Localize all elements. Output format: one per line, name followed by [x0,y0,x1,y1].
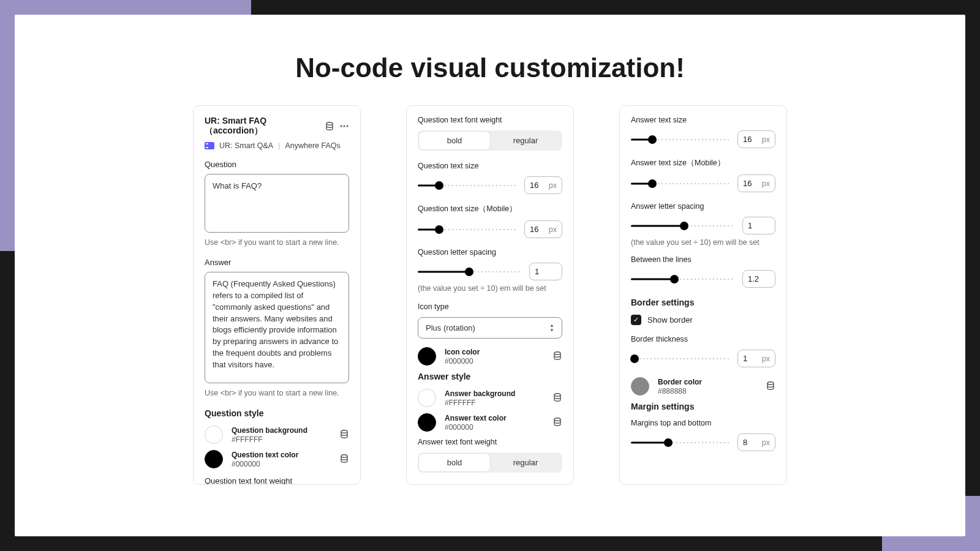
dynamic-source-icon[interactable] [325,121,334,131]
question-text-size-mobile-input[interactable]: 16px [524,220,562,238]
color-hex: #888888 [658,387,757,395]
color-swatch[interactable] [205,450,223,468]
color-hex: #000000 [445,423,544,432]
color-hex: #FFFFFF [232,435,331,444]
toggle-bold[interactable]: bold [419,454,490,471]
settings-panel-answer-border: Answer text size 16px Answer text size（M… [619,105,787,485]
question-font-weight-toggle[interactable]: bold regular [418,130,562,151]
color-name: Answer text color [445,414,544,422]
answer-text-size-mobile-input[interactable]: 16px [737,174,775,192]
show-border-label: Show border [647,315,693,324]
margin-top-bottom-label: Margins top and bottom [631,419,775,427]
dynamic-source-icon[interactable] [552,351,562,362]
question-text-size-slider[interactable] [418,181,516,190]
svg-point-2 [344,126,345,127]
answer-text-size-slider[interactable] [631,135,729,144]
svg-point-5 [341,454,347,457]
crumb-app[interactable]: UR: Smart Q&A [219,141,273,150]
toggle-regular[interactable]: regular [490,132,561,149]
question-input[interactable] [205,174,349,233]
color-name: Border color [658,378,757,386]
show-border-checkbox-row[interactable]: ✓ Show border [631,315,775,325]
answer-text-size-mobile-slider[interactable] [631,179,729,189]
color-swatch[interactable] [418,347,436,365]
dynamic-source-icon[interactable] [766,381,775,392]
dynamic-source-icon[interactable] [552,417,562,429]
answer-text-color-row[interactable]: Answer text color #000000 [418,413,562,432]
svg-point-1 [341,126,342,127]
more-icon[interactable] [339,121,349,131]
border-thickness-label: Border thickness [631,335,775,343]
question-text-size-input[interactable]: 16px [524,176,562,194]
answer-text-size-mobile-label: Answer text size（Mobile） [631,158,775,168]
color-swatch[interactable] [631,377,649,395]
block-title: UR: Smart FAQ（accordion） [205,116,325,137]
settings-panel-block: UR: Smart FAQ（accordion） UR: Smart Q&A |… [193,105,361,485]
letter-spacing-helper: (the value you set ÷ 10) em will be set [631,238,775,247]
margin-settings-heading: Margin settings [631,402,775,411]
color-name: Question text color [232,451,331,459]
dynamic-source-icon[interactable] [339,429,349,441]
margin-top-bottom-input[interactable]: 8px [737,433,775,451]
color-swatch[interactable] [205,425,223,444]
question-font-weight-label: Question text font weight [418,116,562,124]
color-swatch[interactable] [418,389,436,407]
answer-text-size-label: Answer text size [631,116,775,124]
letter-spacing-helper: (the value you set ÷ 10) em will be set [418,284,562,293]
question-letter-spacing-slider[interactable] [418,267,521,277]
page-title: No-code visual customization! [15,53,965,83]
answer-input[interactable] [205,272,349,383]
icon-type-select[interactable]: Plus (rotation) ▲▼ [418,317,562,339]
color-name: Answer background [445,389,544,398]
svg-point-8 [554,418,560,420]
color-name: Icon color [445,348,544,356]
chevron-updown-icon: ▲▼ [549,323,554,332]
answer-bg-color-row[interactable]: Answer background #FFFFFF [418,389,562,407]
toggle-bold[interactable]: bold [419,132,490,149]
show-border-checkbox[interactable]: ✓ [631,315,641,325]
question-bg-color-row[interactable]: Question background #FFFFFF [205,425,349,444]
color-hex: #000000 [232,460,331,468]
toggle-regular[interactable]: regular [490,454,561,471]
content-card: No-code visual customization! UR: Smart … [15,15,965,536]
answer-font-weight-label: Answer text font weight [418,438,562,446]
color-hex: #000000 [445,357,544,365]
question-label: Question [205,160,349,169]
svg-point-0 [326,122,333,125]
svg-point-6 [554,351,560,354]
answer-letter-spacing-label: Answer letter spacing [631,202,775,211]
question-text-color-row[interactable]: Question text color #000000 [205,450,349,468]
icon-color-row[interactable]: Icon color #000000 [418,347,562,365]
svg-point-4 [341,430,347,432]
answer-letter-spacing-slider[interactable] [631,221,734,231]
breadcrumb: UR: Smart Q&A | Anywhere FAQs [205,141,349,150]
answer-letter-spacing-input[interactable]: 1 [742,217,775,234]
question-text-size-mobile-label: Question text size（Mobile） [418,204,562,214]
border-thickness-slider[interactable] [631,354,729,364]
border-color-row[interactable]: Border color #888888 [631,377,775,395]
svg-point-3 [347,126,349,127]
question-letter-spacing-input[interactable]: 1 [529,263,562,280]
dynamic-source-icon[interactable] [552,392,562,404]
color-swatch[interactable] [418,413,436,432]
crumb-section[interactable]: Anywhere FAQs [285,141,340,150]
margin-top-bottom-slider[interactable] [631,438,729,448]
color-name: Question background [232,426,331,435]
border-settings-heading: Border settings [631,298,775,307]
question-letter-spacing-label: Question letter spacing [418,248,562,257]
settings-panel-question-style: Question text font weight bold regular Q… [406,105,574,485]
answer-font-weight-toggle[interactable]: bold regular [418,452,562,473]
dynamic-source-icon[interactable] [339,454,349,465]
border-thickness-input[interactable]: 1px [737,350,775,367]
answer-style-heading: Answer style [418,372,562,381]
question-style-heading: Question style [205,408,349,418]
svg-point-9 [767,381,774,384]
line-height-slider[interactable] [631,274,734,284]
svg-point-7 [554,393,560,395]
crumb-separator: | [278,141,280,150]
answer-text-size-input[interactable]: 16px [737,130,775,148]
app-icon [205,142,214,149]
question-text-size-mobile-slider[interactable] [418,225,516,234]
line-height-input[interactable]: 1.2 [742,270,775,288]
line-height-label: Between the lines [631,255,775,264]
